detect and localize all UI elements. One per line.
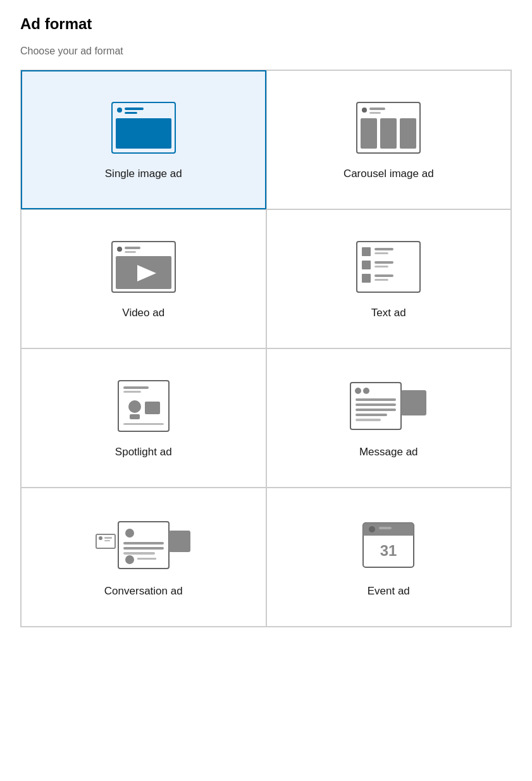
spotlight-icon [106, 378, 182, 434]
svg-rect-9 [361, 118, 377, 149]
svg-rect-25 [362, 274, 371, 283]
carousel-image-label: Carousel image ad [343, 168, 434, 180]
svg-rect-2 [125, 108, 144, 110]
svg-point-53 [125, 555, 134, 564]
svg-text:31: 31 [380, 542, 397, 559]
svg-rect-24 [374, 266, 388, 268]
svg-rect-23 [374, 261, 393, 264]
svg-rect-10 [380, 118, 397, 149]
svg-rect-15 [125, 251, 136, 253]
ad-format-grid: Single image ad Carousel image ad [20, 70, 512, 627]
svg-point-49 [125, 529, 134, 538]
svg-rect-60 [379, 527, 392, 529]
single-image-icon [106, 99, 182, 156]
svg-rect-30 [123, 391, 141, 393]
ad-format-conversation[interactable]: Conversation ad [21, 488, 266, 627]
svg-rect-41 [356, 414, 387, 416]
spotlight-label: Spotlight ad [115, 446, 172, 458]
svg-rect-42 [356, 419, 381, 421]
single-image-label: Single image ad [105, 168, 182, 180]
text-label: Text ad [371, 307, 406, 319]
svg-rect-46 [104, 537, 112, 539]
svg-rect-14 [125, 247, 140, 249]
svg-point-37 [363, 388, 369, 394]
ad-format-text[interactable]: Text ad [266, 209, 512, 348]
video-icon [106, 238, 182, 295]
svg-rect-55 [169, 531, 190, 552]
conversation-icon [93, 517, 194, 574]
page-title: Ad format [20, 15, 512, 33]
ad-format-video[interactable]: Video ad [21, 209, 266, 348]
message-label: Message ad [359, 446, 418, 458]
svg-point-36 [355, 388, 361, 394]
svg-rect-11 [400, 118, 416, 149]
svg-rect-32 [130, 414, 140, 419]
svg-rect-40 [356, 409, 396, 411]
ad-format-message[interactable]: Message ad [266, 348, 512, 488]
svg-rect-39 [356, 403, 396, 406]
video-label: Video ad [122, 307, 164, 319]
svg-rect-43 [401, 390, 426, 415]
svg-rect-54 [137, 558, 156, 560]
carousel-image-icon [350, 99, 426, 156]
svg-rect-29 [123, 386, 149, 389]
svg-rect-50 [123, 542, 164, 544]
text-icon [350, 238, 426, 295]
event-icon: 31 [357, 517, 420, 574]
svg-point-1 [117, 108, 122, 113]
svg-rect-58 [363, 532, 414, 536]
svg-point-13 [117, 247, 122, 252]
svg-point-45 [99, 536, 102, 540]
page-container: Ad format Choose your ad format Single i… [0, 0, 532, 781]
svg-point-6 [362, 108, 367, 113]
svg-rect-33 [145, 402, 160, 414]
event-label: Event ad [368, 585, 410, 598]
svg-rect-3 [125, 112, 137, 114]
svg-rect-22 [362, 261, 371, 269]
svg-rect-52 [123, 552, 155, 555]
svg-rect-8 [369, 112, 381, 114]
svg-rect-27 [374, 279, 388, 281]
svg-rect-34 [123, 423, 164, 425]
message-icon [344, 378, 433, 434]
ad-format-single-image[interactable]: Single image ad [21, 70, 266, 209]
svg-rect-26 [374, 274, 393, 277]
subtitle: Choose your ad format [20, 46, 512, 57]
svg-point-31 [128, 400, 141, 413]
svg-point-59 [369, 526, 375, 532]
svg-rect-21 [374, 252, 388, 254]
svg-rect-19 [362, 247, 371, 256]
ad-format-event[interactable]: 31 Event ad [266, 488, 512, 627]
ad-format-carousel-image[interactable]: Carousel image ad [266, 70, 512, 209]
svg-rect-38 [356, 398, 396, 401]
svg-rect-4 [116, 118, 171, 149]
svg-rect-20 [374, 248, 393, 250]
svg-rect-7 [369, 108, 385, 110]
conversation-label: Conversation ad [104, 585, 183, 598]
ad-format-spotlight[interactable]: Spotlight ad [21, 348, 266, 488]
svg-rect-47 [104, 540, 110, 541]
svg-rect-51 [123, 547, 164, 550]
